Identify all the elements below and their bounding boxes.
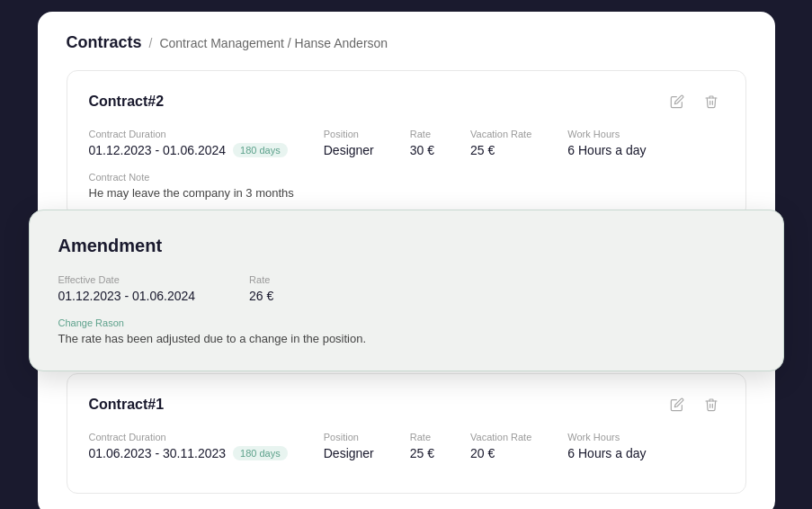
- contract2-block: Contract#2: [67, 70, 746, 219]
- contract2-position-value: Designer: [324, 143, 374, 157]
- amendment-change-text: The rate has been adjusted due to a chan…: [58, 332, 754, 345]
- contract1-card: Contract#1: [38, 355, 775, 509]
- contract2-position-group: Position Designer: [324, 129, 374, 157]
- contract1-workhours-group: Work Hours 6 Hours a day: [567, 432, 646, 460]
- contract2-actions: [665, 89, 724, 114]
- amendment-effective-value: 01.12.2023 - 01.06.2024: [58, 289, 196, 303]
- contract2-rate-value: 30 €: [410, 143, 434, 157]
- contract2-workhours-label: Work Hours: [567, 129, 646, 139]
- contract1-title: Contract#1: [89, 397, 165, 413]
- contract2-rate-label: Rate: [410, 129, 434, 139]
- contract1-vacation-value: 20 €: [470, 446, 531, 460]
- contract2-duration-label: Contract Duration: [89, 129, 288, 139]
- contract2-badge: 180 days: [233, 143, 288, 157]
- breadcrumb-path: Contract Management / Hanse Anderson: [159, 36, 388, 50]
- contract1-badge: 180 days: [233, 446, 288, 460]
- amendment-card: Amendment Effective Date 01.12.2023 - 01…: [29, 210, 784, 371]
- contract1-duration-group: Contract Duration 01.06.2023 - 30.11.202…: [89, 432, 288, 460]
- contract1-fields: Contract Duration 01.06.2023 - 30.11.202…: [89, 432, 724, 460]
- contract2-position-label: Position: [324, 129, 374, 139]
- contract2-delete-button[interactable]: [699, 89, 724, 114]
- contract2-note-text: He may leave the company in 3 months: [89, 186, 724, 200]
- contract1-duration-value: 01.06.2023 - 30.11.2023 180 days: [89, 446, 288, 460]
- contract1-rate-group: Rate 25 €: [410, 432, 434, 460]
- contract1-header: Contract#1: [89, 392, 724, 417]
- contract1-workhours-value: 6 Hours a day: [567, 446, 646, 460]
- contract1-edit-button[interactable]: [665, 392, 690, 417]
- contract2-rate-group: Rate 30 €: [410, 129, 434, 157]
- contract2-note-label: Contract Note: [89, 172, 724, 183]
- amendment-change-label: Change Rason: [58, 317, 754, 328]
- contract2-edit-button[interactable]: [665, 89, 690, 114]
- page-title: Contracts: [67, 33, 142, 52]
- contract1-rate-label: Rate: [410, 432, 434, 442]
- contract2-vacation-group: Vacation Rate 25 €: [470, 129, 531, 157]
- contract2-vacation-value: 25 €: [470, 143, 531, 157]
- contract2-note-section: Contract Note He may leave the company i…: [89, 172, 724, 200]
- contract1-position-value: Designer: [324, 446, 374, 460]
- amendment-change-section: Change Rason The rate has been adjusted …: [58, 317, 754, 345]
- breadcrumb: Contracts / Contract Management / Hanse …: [67, 33, 746, 52]
- breadcrumb-separator: /: [149, 36, 153, 50]
- amendment-effective-label: Effective Date: [58, 274, 196, 285]
- amendment-rate-value: 26 €: [249, 289, 273, 303]
- contract1-vacation-label: Vacation Rate: [470, 432, 531, 442]
- contract1-duration-label: Contract Duration: [89, 432, 288, 442]
- contract2-duration-value: 01.12.2023 - 01.06.2024 180 days: [89, 143, 288, 157]
- amendment-title: Amendment: [58, 236, 754, 256]
- amendment-effective-group: Effective Date 01.12.2023 - 01.06.2024: [58, 274, 196, 303]
- contract2-workhours-value: 6 Hours a day: [567, 143, 646, 157]
- contract2-title: Contract#2: [89, 94, 165, 110]
- contract1-position-group: Position Designer: [324, 432, 374, 460]
- amendment-rate-label: Rate: [249, 274, 273, 285]
- contract2-header: Contract#2: [89, 89, 724, 114]
- contract2-duration-group: Contract Duration 01.12.2023 - 01.06.202…: [89, 129, 288, 157]
- contract1-block: Contract#1: [67, 373, 746, 494]
- contract1-delete-button[interactable]: [699, 392, 724, 417]
- contract2-vacation-label: Vacation Rate: [470, 129, 531, 139]
- contract1-workhours-label: Work Hours: [567, 432, 646, 442]
- contract1-vacation-group: Vacation Rate 20 €: [470, 432, 531, 460]
- contract1-actions: [665, 392, 724, 417]
- amendment-rate-group: Rate 26 €: [249, 274, 273, 303]
- contract2-fields: Contract Duration 01.12.2023 - 01.06.202…: [89, 129, 724, 157]
- main-container: Contracts / Contract Management / Hanse …: [38, 12, 775, 497]
- amendment-fields: Effective Date 01.12.2023 - 01.06.2024 R…: [58, 274, 754, 303]
- contract1-position-label: Position: [324, 432, 374, 442]
- contract1-rate-value: 25 €: [410, 446, 434, 460]
- contract2-workhours-group: Work Hours 6 Hours a day: [567, 129, 646, 157]
